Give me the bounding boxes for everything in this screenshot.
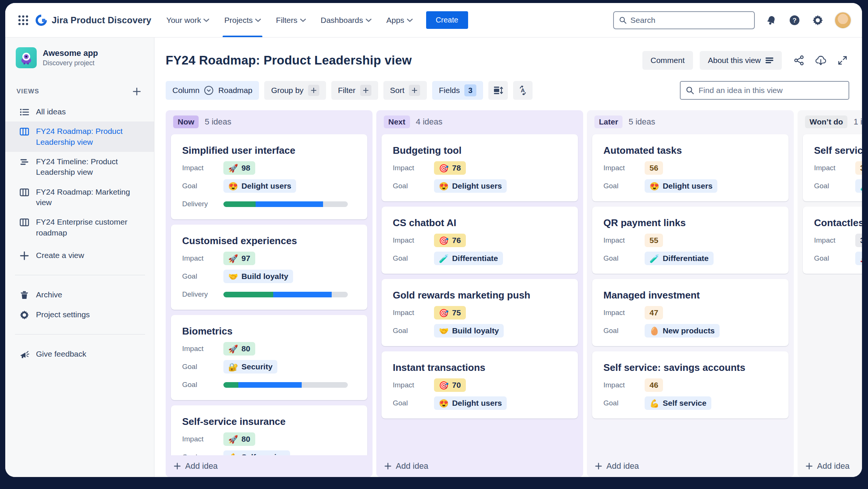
project-header[interactable]: Awesome app Discovery project bbox=[14, 47, 146, 68]
group-by-button[interactable]: Group by bbox=[264, 81, 326, 100]
goal-badge[interactable]: 😍Delight users bbox=[645, 179, 717, 193]
project-name: Awesome app bbox=[43, 48, 98, 58]
give-feedback-button[interactable]: Give feedback bbox=[14, 344, 146, 364]
column-status-badge: Later bbox=[594, 116, 623, 128]
add-idea-button[interactable]: Add idea bbox=[587, 455, 794, 477]
help-icon[interactable]: ? bbox=[788, 14, 801, 27]
add-idea-button[interactable]: Add idea bbox=[376, 455, 583, 477]
goal-badge[interactable]: 🧪Differentiate bbox=[645, 252, 714, 265]
idea-card[interactable]: Managed investment Impact 47 Goal 🥚New p… bbox=[592, 279, 789, 346]
find-idea-input[interactable] bbox=[699, 86, 843, 95]
add-idea-button[interactable]: Add idea bbox=[798, 455, 862, 477]
goal-badge[interactable]: 💪Self service bbox=[645, 396, 711, 410]
idea-card[interactable]: Contactless Impact 30 Goal 🚚 bbox=[803, 207, 862, 274]
add-view-plus-icon[interactable] bbox=[130, 85, 144, 98]
field-label: Goal bbox=[393, 254, 434, 262]
nav-apps[interactable]: Apps bbox=[386, 3, 413, 37]
plus-icon bbox=[360, 85, 371, 96]
sort-button[interactable]: Sort bbox=[383, 81, 427, 100]
goal-badge[interactable]: 😍Delight users bbox=[434, 396, 507, 410]
goal-badge[interactable]: 🥚New products bbox=[645, 324, 720, 338]
impact-badge[interactable]: 🎯75 bbox=[434, 306, 466, 320]
goal-badge[interactable]: 🤝Build loyalty bbox=[434, 324, 504, 338]
global-search[interactable] bbox=[613, 11, 755, 29]
filter-button[interactable]: Filter bbox=[331, 81, 378, 100]
sidebar-item-archive[interactable]: Archive bbox=[14, 285, 146, 304]
nav-projects[interactable]: Projects bbox=[224, 3, 261, 37]
idea-card[interactable]: Simplified user interface Impact 🚀98 Goa… bbox=[171, 134, 367, 219]
jira-brand[interactable]: Jira Product Discovery bbox=[34, 14, 151, 27]
expand-icon[interactable] bbox=[836, 54, 849, 67]
idea-card[interactable]: Self service: Impact 36 Goal 🧪 bbox=[803, 134, 862, 201]
sidebar-item-fy24-timeline-product[interactable]: FY24 Timeline: Product Leadership view bbox=[14, 152, 146, 182]
goal-badge[interactable]: 🚚 bbox=[855, 252, 862, 265]
plus-icon bbox=[409, 85, 420, 96]
goal-badge[interactable]: 💪Self service bbox=[223, 450, 290, 455]
svg-text:?: ? bbox=[793, 17, 796, 24]
user-avatar[interactable] bbox=[834, 12, 852, 29]
impact-badge[interactable]: 🚀80 bbox=[223, 342, 255, 356]
idea-card[interactable]: Budgeting tool Impact 🎯78 Goal 😍Delight … bbox=[382, 134, 578, 201]
chevron-circle-icon bbox=[204, 86, 214, 95]
goal-badge[interactable]: 🧪 bbox=[855, 179, 862, 193]
sidebar-item-fy24-enterprise-roadmap[interactable]: FY24 Enterprise customer roadmap bbox=[14, 212, 146, 243]
goal-badge[interactable]: 😍Delight users bbox=[223, 179, 296, 193]
create-button[interactable]: Create bbox=[426, 11, 468, 29]
sidebar-item-fy24-roadmap-marketing[interactable]: FY24 Roadmap: Marketing view bbox=[14, 182, 146, 213]
impact-badge[interactable]: 55 bbox=[645, 234, 663, 247]
nav-filters[interactable]: Filters bbox=[276, 3, 305, 37]
impact-badge[interactable]: 47 bbox=[645, 306, 663, 320]
impact-badge[interactable]: 56 bbox=[645, 161, 663, 175]
svg-text:A: A bbox=[521, 87, 525, 93]
goal-badge[interactable]: 🔐Security bbox=[223, 360, 277, 374]
impact-badge[interactable]: 46 bbox=[645, 378, 663, 392]
impact-badge[interactable]: 🚀97 bbox=[223, 252, 255, 265]
idea-card[interactable]: CS chatbot AI Impact 🎯76 Goal 🧪Different… bbox=[382, 207, 578, 274]
nav-your-work[interactable]: Your work bbox=[166, 3, 210, 37]
test-tube-emoji: 🧪 bbox=[860, 182, 862, 190]
project-avatar bbox=[16, 47, 37, 68]
goal-badge[interactable]: 🤝Build loyalty bbox=[223, 270, 293, 283]
row-height-button[interactable] bbox=[488, 81, 508, 100]
alphabetical-sort-button[interactable]: A bbox=[513, 81, 533, 100]
goal-badge[interactable]: 🧪Differentiate bbox=[434, 252, 503, 265]
delivery-progress bbox=[223, 382, 348, 388]
comment-button[interactable]: Comment bbox=[642, 51, 693, 70]
sidebar-item-project-settings[interactable]: Project settings bbox=[14, 305, 146, 324]
idea-card[interactable]: Instant transactions Impact 🎯70 Goal 😍De… bbox=[382, 351, 578, 418]
find-idea-search[interactable] bbox=[680, 81, 849, 100]
impact-badge[interactable]: 🎯78 bbox=[434, 161, 466, 175]
column-idea-count: 1 idea bbox=[853, 117, 862, 127]
sidebar-item-all-ideas[interactable]: All ideas bbox=[14, 102, 146, 122]
impact-badge[interactable]: 🚀80 bbox=[223, 432, 255, 446]
nav-dashboards[interactable]: Dashboards bbox=[321, 3, 371, 37]
search-input[interactable] bbox=[630, 16, 749, 25]
impact-badge[interactable]: 30 bbox=[855, 234, 862, 247]
egg-emoji: 🥚 bbox=[650, 327, 659, 335]
impact-badge[interactable]: 🎯70 bbox=[434, 378, 466, 392]
idea-card[interactable]: Self-service insurance Impact 🚀80 Goal 💪… bbox=[171, 405, 367, 455]
idea-card[interactable]: Self service: savings accounts Impact 46… bbox=[592, 351, 789, 418]
fields-button[interactable]: Fields 3 bbox=[432, 81, 483, 100]
idea-card[interactable]: Automated tasks Impact 56 Goal 😍Delight … bbox=[592, 134, 789, 201]
create-view-button[interactable]: Create a view bbox=[14, 246, 146, 265]
add-idea-button[interactable]: Add idea bbox=[166, 455, 373, 477]
column-roadmap-button[interactable]: Column Roadmap bbox=[166, 81, 259, 100]
settings-gear-icon[interactable] bbox=[811, 14, 825, 27]
impact-badge[interactable]: 36 bbox=[855, 161, 862, 175]
chevron-down-icon bbox=[204, 18, 209, 22]
impact-badge[interactable]: 🎯76 bbox=[434, 234, 466, 247]
sidebar-item-fy24-roadmap-product[interactable]: FY24 Roadmap: Product Leadership view bbox=[5, 122, 154, 152]
idea-card[interactable]: Biometrics Impact 🚀80 Goal 🔐Security Goa… bbox=[171, 315, 367, 400]
heart-eyes-emoji: 😍 bbox=[439, 182, 449, 190]
cloud-download-icon[interactable] bbox=[814, 54, 828, 67]
app-switcher-icon[interactable] bbox=[16, 13, 31, 28]
impact-badge[interactable]: 🚀98 bbox=[223, 161, 255, 175]
idea-card[interactable]: Gold rewards marketing push Impact 🎯75 G… bbox=[382, 279, 578, 346]
idea-card[interactable]: Customised experiences Impact 🚀97 Goal 🤝… bbox=[171, 225, 367, 310]
goal-badge[interactable]: 😍Delight users bbox=[434, 179, 507, 193]
idea-card[interactable]: QR payment links Impact 55 Goal 🧪Differe… bbox=[592, 207, 789, 274]
share-icon[interactable] bbox=[792, 54, 806, 67]
notifications-bell-icon[interactable] bbox=[765, 14, 778, 27]
about-this-view-button[interactable]: About this view bbox=[700, 51, 782, 70]
